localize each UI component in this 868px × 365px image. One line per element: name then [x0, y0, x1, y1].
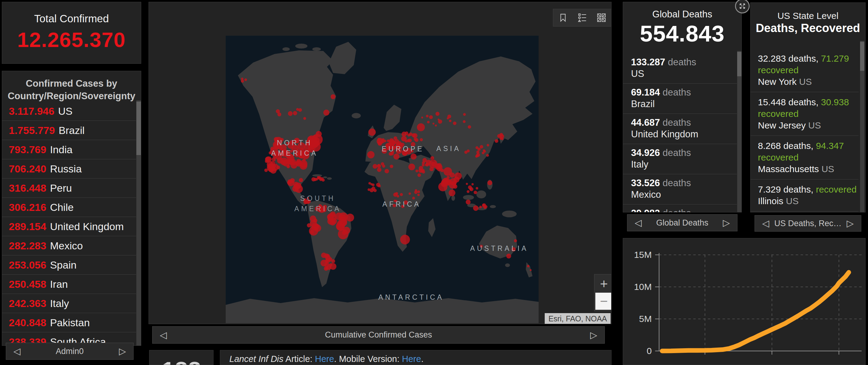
us-state-subtitle: Deaths, Recovered — [751, 22, 865, 35]
list-item-chile[interactable]: 306.216Chile — [2, 198, 136, 217]
basemap-gallery-icon[interactable] — [595, 11, 608, 24]
list-item-spain[interactable]: 253.056Spain — [2, 255, 136, 275]
list-item-new-jersey[interactable]: 15.448 deaths, 30.938 recovered New Jers… — [751, 92, 859, 136]
pager-admin0: ◁ Admin0 ▷ — [6, 343, 133, 360]
map-toolbar — [553, 9, 612, 27]
mobile-version-link[interactable]: Here — [402, 354, 421, 364]
article-journal: Lancet Inf Dis — [229, 354, 283, 364]
legend-list-icon[interactable] — [576, 11, 589, 24]
pager-prev-icon[interactable]: ◁ — [762, 219, 769, 228]
map-zoom-control: + − — [594, 274, 612, 311]
article-link[interactable]: Here — [315, 354, 334, 364]
pager-label: Admin0 — [21, 347, 119, 356]
pager-label: Global Deaths — [642, 218, 723, 228]
pager-prev-icon[interactable]: ◁ — [160, 331, 167, 340]
us-state-title: US State Level — [751, 11, 865, 21]
list-item-illinois[interactable]: 7.329 deaths, recovered Illinois US — [751, 179, 859, 212]
list-item-italy[interactable]: 242.363Italy — [2, 294, 136, 313]
panel-confirmed-by-country: Confirmed Cases by Country/Region/Sovere… — [2, 71, 141, 346]
country-list-title: Confirmed Cases by Country/Region/Sovere… — [2, 77, 141, 102]
pager-label: Cumulative Confirmed Cases — [167, 330, 590, 340]
list-item-uk-deaths[interactable]: 44.687 deathsUnited Kingdom — [623, 114, 737, 144]
total-confirmed-value: 12.265.370 — [2, 28, 141, 52]
list-item-us[interactable]: 3.117.946US — [2, 102, 136, 121]
country-list: 3.117.946US 1.755.779Brazil 793.769India… — [2, 102, 136, 345]
countries-count-value: 188 — [150, 358, 213, 365]
panel-global-deaths: Global Deaths 554.843 133.287 deathsUS 6… — [623, 2, 742, 212]
list-item-iran[interactable]: 250.458Iran — [2, 275, 136, 294]
list-item-italy-deaths[interactable]: 34.926 deathsItaly — [623, 144, 737, 174]
list-item-mexico-deaths[interactable]: 33.526 deathsMexico — [623, 174, 737, 205]
world-map[interactable]: NORTHAMERICA SOUTHAMERICA EUROPE ASIA AF… — [226, 36, 538, 323]
map-attribution: Esri, FAO, NOAA — [545, 313, 611, 324]
map-pager: ◁ Cumulative Confirmed Cases ▷ — [152, 326, 605, 344]
list-item-peru[interactable]: 316.448Peru — [2, 179, 136, 198]
panel-cumulative-chart: 05M10M15MΜάρΜάιΙούλ — [623, 238, 866, 365]
svg-text:5M: 5M — [639, 314, 652, 324]
total-confirmed-title: Total Confirmed — [2, 12, 141, 25]
cumulative-chart[interactable]: 05M10M15MΜάρΜάιΙούλ — [623, 238, 866, 365]
global-deaths-value: 554.843 — [623, 21, 741, 47]
list-item-brazil[interactable]: 1.755.779Brazil — [2, 121, 136, 140]
fullscreen-expand-icon[interactable] — [735, 0, 750, 13]
global-deaths-list: 133.287 deathsUS 69.184 deathsBrazil 44.… — [623, 53, 737, 212]
country-list-scrollbar-thumb[interactable] — [136, 102, 141, 155]
us-state-scrollbar-thumb[interactable] — [860, 42, 864, 71]
us-state-list: 32.283 deaths, 71.279 recovered New York… — [751, 49, 860, 212]
list-item-france-deaths[interactable]: 29.982 deathsFrance — [623, 205, 737, 212]
pager-next-icon[interactable]: ▷ — [590, 331, 597, 340]
pager-global-deaths: ◁ Global Deaths ▷ — [627, 214, 738, 231]
world-map-svg — [226, 36, 538, 323]
global-deaths-scrollbar-thumb[interactable] — [737, 52, 741, 76]
svg-text:0: 0 — [647, 346, 652, 356]
list-item-massachusetts[interactable]: 8.268 deaths, 94.347 recovered Massachus… — [751, 136, 859, 179]
zoom-out-button[interactable]: − — [595, 293, 612, 310]
panel-article-links: Lancet Inf Dis Article: Here. Mobile Ver… — [220, 350, 612, 365]
panel-map: NORTHAMERICA SOUTHAMERICA EUROPE ASIA AF… — [149, 2, 612, 324]
pager-next-icon[interactable]: ▷ — [723, 218, 730, 227]
list-item-pakistan[interactable]: 240.848Pakistan — [2, 313, 136, 332]
pager-prev-icon[interactable]: ◁ — [13, 347, 21, 356]
list-item-india[interactable]: 793.769India — [2, 140, 136, 159]
list-item-russia[interactable]: 706.240Russia — [2, 159, 136, 179]
pager-us-state: ◁ US Deaths, Rec… ▷ — [754, 215, 861, 232]
global-deaths-title: Global Deaths — [623, 9, 741, 20]
svg-text:15M: 15M — [634, 250, 652, 260]
pager-label: US Deaths, Rec… — [769, 219, 847, 228]
bookmark-icon[interactable] — [556, 11, 570, 24]
pager-prev-icon[interactable]: ◁ — [635, 218, 642, 227]
list-item-mexico[interactable]: 282.283Mexico — [2, 236, 136, 255]
panel-countries-count: 188 — [149, 350, 214, 365]
pager-next-icon[interactable]: ▷ — [847, 219, 854, 228]
zoom-in-button[interactable]: + — [595, 275, 612, 292]
list-item-california[interactable]: 6.859 deaths, recovered California US — [751, 212, 859, 212]
list-item-new-york[interactable]: 32.283 deaths, 71.279 recovered New York… — [751, 49, 859, 92]
svg-text:10M: 10M — [634, 282, 652, 292]
panel-total-confirmed: Total Confirmed 12.265.370 — [2, 2, 141, 64]
article-line: Lancet Inf Dis Article: Here. Mobile Ver… — [220, 351, 611, 364]
list-item-us-deaths[interactable]: 133.287 deathsUS — [623, 53, 737, 84]
list-item-brazil-deaths[interactable]: 69.184 deathsBrazil — [623, 84, 737, 114]
panel-us-state-level: US State Level Deaths, Recovered 32.283 … — [750, 2, 866, 212]
list-item-united-kingdom[interactable]: 289.154United Kingdom — [2, 217, 136, 236]
pager-next-icon[interactable]: ▷ — [119, 347, 126, 356]
